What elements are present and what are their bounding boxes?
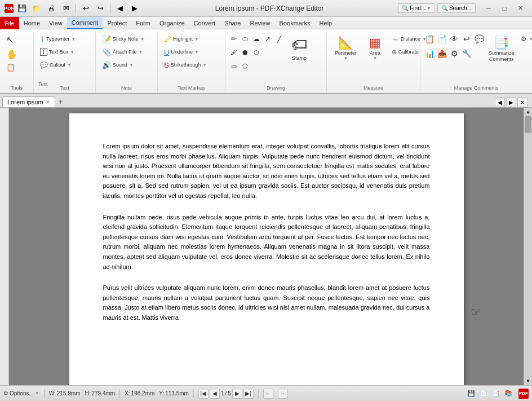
- rect-tool[interactable]: ▭: [229, 60, 239, 72]
- stamp-button[interactable]: 🏷 Stamp: [285, 33, 313, 74]
- pencil-tool[interactable]: ✏: [229, 33, 239, 45]
- tab-loremipsum[interactable]: Lorem ipsum ✕: [2, 96, 55, 107]
- sound-button[interactable]: 🔊 Sound ▼: [99, 59, 136, 71]
- attachfile-button[interactable]: 📎 Attach File ▼: [99, 46, 145, 58]
- first-page-button[interactable]: |◀: [198, 389, 209, 399]
- find-button[interactable]: 🔍 Find... ▼: [398, 3, 435, 13]
- managecomments-label: Manage Comments: [420, 85, 532, 91]
- calibrate-button[interactable]: ⊕ Calibrate: [389, 46, 423, 58]
- cloud-tool[interactable]: ☁: [251, 33, 261, 45]
- comment-more3-btn[interactable]: ⚙: [449, 47, 460, 60]
- comment-settings-btn[interactable]: ⚙ ▼: [518, 33, 532, 45]
- comment-sort-btn[interactable]: 📄: [436, 33, 447, 45]
- ribbon-group-measure: 📐 Perimeter ▼ ▦ Area ▼ ↔ Distance ▼: [327, 32, 420, 93]
- pen-tool[interactable]: 🖋: [229, 46, 239, 59]
- polygon-tool[interactable]: ⬟: [240, 46, 250, 59]
- save-status-icon[interactable]: 💾: [466, 389, 476, 399]
- forward-button[interactable]: ▶: [128, 2, 141, 15]
- comment-more4-btn[interactable]: 🔧: [461, 47, 472, 60]
- distance-button[interactable]: ↔ Distance ▼: [389, 33, 423, 45]
- menu-comment[interactable]: Comment: [67, 17, 103, 29]
- comment-reply-btn[interactable]: ↩: [461, 33, 472, 45]
- search-button[interactable]: 🔍 Search...: [437, 3, 476, 13]
- scroll-down-button[interactable]: ▼: [524, 377, 533, 385]
- textmarkup-buttons: 🖊 Highlight ▼ U Underline ▼ S Strikethro…: [161, 33, 210, 93]
- page-sep: /: [225, 390, 227, 396]
- menu-form[interactable]: Form: [131, 17, 155, 29]
- arrow-tool[interactable]: ↗: [263, 33, 273, 45]
- select-comments-button[interactable]: 📋: [3, 62, 18, 76]
- typewriter-button[interactable]: T Typewriter ▼: [37, 33, 78, 45]
- view-icon1[interactable]: 📄: [478, 389, 489, 399]
- textbox-button[interactable]: T Text Box ▼: [37, 46, 77, 58]
- diamond-tool[interactable]: ⬠: [240, 60, 250, 72]
- comment-more2-btn[interactable]: 📤: [436, 47, 447, 60]
- app-icon: PDF: [5, 4, 14, 13]
- menu-review[interactable]: Review: [245, 17, 274, 29]
- tab-add-button[interactable]: +: [55, 96, 66, 107]
- area-button[interactable]: ▦ Area ▼: [362, 33, 388, 74]
- menu-convert[interactable]: Convert: [189, 17, 220, 29]
- comment-extra-btn[interactable]: 💬: [473, 33, 485, 45]
- stickynote-button[interactable]: 📝 Sticky Note ▼: [99, 33, 147, 45]
- last-page-button[interactable]: ▶|: [243, 389, 254, 399]
- page-current: 1: [221, 390, 224, 396]
- window-title: Lorem ipsum - PDF-XChange Editor: [141, 5, 398, 12]
- paragraph-1: Lorem ipsum dolor sit amet, suspendisse …: [103, 142, 430, 201]
- save-button[interactable]: 💾: [16, 2, 28, 15]
- hand-tool[interactable]: ✋: [3, 47, 20, 61]
- open-button[interactable]: 📁: [30, 2, 43, 15]
- comment-filter-btn[interactable]: 📋: [424, 33, 435, 45]
- comment-show-btn[interactable]: 👁: [449, 33, 460, 45]
- back-button[interactable]: ◀: [114, 2, 126, 15]
- summarize-button[interactable]: 📑 Summarize Comments: [486, 33, 517, 74]
- cursor-icon: ☞: [471, 305, 481, 319]
- scroll-thumb[interactable]: [525, 116, 531, 133]
- next-page-button[interactable]: ▶: [232, 389, 242, 399]
- prev-page-button[interactable]: ◀: [210, 389, 220, 399]
- email-button[interactable]: ✉: [60, 2, 72, 15]
- select-tool[interactable]: ↖: [3, 33, 16, 46]
- print-button[interactable]: 🖨: [45, 2, 57, 15]
- scroll-left-btn[interactable]: ◀: [495, 97, 505, 107]
- titlebar-left: PDF 💾 📁 🖨 ✉ ↩ ↪ ◀ ▶: [5, 2, 141, 15]
- line-tool[interactable]: ╱: [274, 33, 284, 45]
- close-button[interactable]: ✕: [513, 3, 527, 14]
- paragraph-3: Purus velit ultrices vulputate aliquam n…: [103, 283, 430, 323]
- menu-file[interactable]: File: [0, 17, 19, 29]
- status-sep2: [119, 389, 120, 398]
- redo-button[interactable]: ↪: [94, 2, 107, 15]
- highlight-button[interactable]: 🖊 Highlight ▼: [161, 33, 202, 45]
- dimensions-display: W: 215.9mm: [49, 390, 81, 396]
- menu-organize[interactable]: Organize: [155, 17, 189, 29]
- scroll-right-btn[interactable]: ▶: [506, 97, 516, 107]
- close-all-btn[interactable]: ✕: [517, 97, 527, 107]
- callout-button[interactable]: 💬 Callout ▼: [37, 59, 74, 71]
- menu-home[interactable]: Home: [19, 17, 45, 29]
- underline-button[interactable]: U Underline ▼: [161, 46, 202, 58]
- menu-protect[interactable]: Protect: [103, 17, 131, 29]
- strikethrough-button[interactable]: S Strikethrough ▼: [161, 59, 210, 71]
- prev-link-button[interactable]: ←: [263, 389, 273, 399]
- comment-more1-btn[interactable]: 📊: [424, 47, 435, 60]
- minimize-button[interactable]: ─: [481, 3, 496, 14]
- view-icon3[interactable]: 📚: [503, 389, 513, 399]
- menu-share[interactable]: Share: [220, 17, 245, 29]
- page-navigation: |◀ ◀ 1 / 5 ▶ ▶|: [198, 389, 254, 399]
- eraser-tool[interactable]: ⬡: [251, 46, 261, 59]
- scrollbar-right[interactable]: ▲ ▼: [524, 108, 532, 385]
- undo-button[interactable]: ↩: [79, 2, 92, 15]
- restore-button[interactable]: □: [497, 3, 512, 14]
- pdf-status-icon[interactable]: PDF: [518, 389, 529, 399]
- ellipse-tool[interactable]: ⬭: [240, 33, 250, 45]
- scroll-up-button[interactable]: ▲: [524, 108, 533, 116]
- menu-view[interactable]: View: [45, 17, 67, 29]
- view-icon2[interactable]: 📑: [491, 389, 501, 399]
- next-link-button[interactable]: →: [278, 389, 288, 399]
- menu-bookmarks[interactable]: Bookmarks: [275, 17, 315, 29]
- scroll-track[interactable]: [524, 116, 532, 377]
- tab-close-button[interactable]: ✕: [46, 99, 50, 105]
- options-button[interactable]: ⚙ Options... ▼: [3, 390, 39, 396]
- perimeter-button[interactable]: 📐 Perimeter ▼: [330, 33, 361, 74]
- menu-help[interactable]: Help: [315, 17, 337, 29]
